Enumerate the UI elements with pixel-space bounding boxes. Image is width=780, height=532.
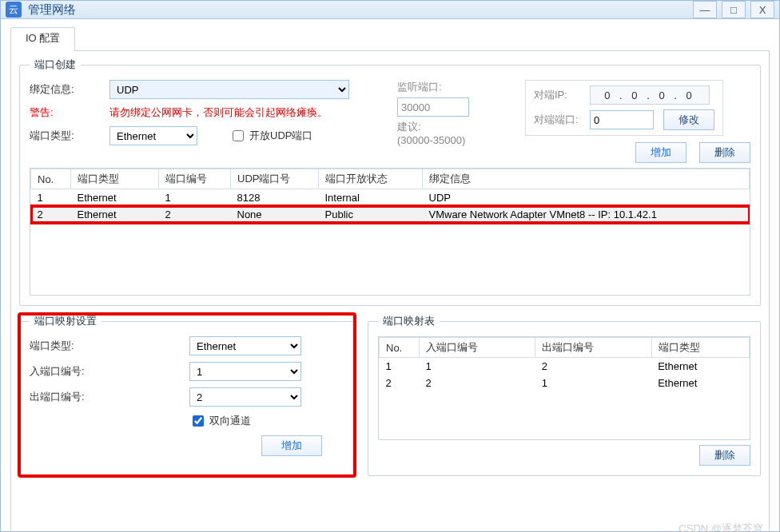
close-button[interactable]: X bbox=[750, 1, 774, 18]
map-table-wrap: No. 入端口编号 出端口编号 端口类型 1 1 2 bbox=[378, 336, 750, 440]
bidirectional-checkbox[interactable] bbox=[193, 415, 204, 427]
port-table: No. 端口类型 端口编号 UDP端口号 端口开放状态 绑定信息 1 bbox=[30, 169, 750, 223]
table-row-selected[interactable]: 2 Ethernet 2 None Public VMware Network … bbox=[31, 206, 750, 223]
table-row[interactable]: 1 1 2 Ethernet bbox=[380, 358, 750, 375]
listen-port-input[interactable] bbox=[397, 97, 469, 117]
map-type-label: 端口类型: bbox=[30, 339, 189, 353]
listen-port-label: 监听端口: bbox=[397, 80, 501, 94]
delete-port-button[interactable]: 删除 bbox=[699, 142, 750, 163]
port-table-header: No. 端口类型 端口编号 UDP端口号 端口开放状态 绑定信息 bbox=[31, 169, 750, 189]
map-out-label: 出端口编号: bbox=[30, 390, 189, 404]
map-out-select[interactable]: 2 bbox=[189, 387, 301, 407]
tab-strip: IO 配置 bbox=[10, 27, 770, 51]
peer-ip-input[interactable]: 0 . 0 . 0 . 0 bbox=[590, 85, 710, 105]
port-type-label: 端口类型: bbox=[30, 129, 109, 143]
add-port-button[interactable]: 增加 bbox=[635, 142, 686, 163]
table-row[interactable]: 1 Ethernet 1 8128 Internal UDP bbox=[31, 189, 750, 207]
suggest-label: 建议: bbox=[397, 120, 501, 134]
port-table-wrap: No. 端口类型 端口编号 UDP端口号 端口开放状态 绑定信息 1 bbox=[30, 168, 750, 296]
open-udp-checkbox[interactable] bbox=[233, 130, 244, 141]
window-controls: — □ X bbox=[693, 1, 774, 18]
window-title: 管理网络 bbox=[28, 2, 693, 18]
map-in-select[interactable]: 1 bbox=[189, 362, 301, 381]
peer-port-input[interactable] bbox=[590, 110, 654, 129]
app-window: 云 管理网络 — □ X IO 配置 端口创建 绑定信息: bbox=[0, 0, 780, 532]
map-type-select[interactable]: Ethernet bbox=[189, 336, 301, 355]
table-row[interactable]: 2 2 1 Ethernet bbox=[380, 375, 750, 391]
tab-io-config[interactable]: IO 配置 bbox=[10, 27, 75, 51]
peer-ip-label: 对端IP: bbox=[534, 88, 590, 102]
bind-info-select[interactable]: UDP bbox=[109, 80, 349, 99]
port-create-group: 端口创建 绑定信息: UDP 警告: 请勿绑定公网网卡，否则可能会引起网络瘫痪。 bbox=[19, 58, 761, 306]
map-add-button[interactable]: 增加 bbox=[261, 435, 322, 456]
port-type-select[interactable]: Ethernet bbox=[109, 126, 197, 145]
port-map-set-group: 端口映射设置 端口类型: Ethernet 入端口编号: 1 出端口编号: 2 bbox=[19, 314, 355, 476]
minimize-button[interactable]: — bbox=[693, 1, 717, 18]
open-udp-label: 开放UDP端口 bbox=[249, 129, 312, 143]
suggest-range: (30000-35000) bbox=[397, 134, 501, 146]
peer-box: 对端IP: 0 . 0 . 0 . 0 对端端口: 修改 bbox=[525, 80, 723, 136]
app-logo-icon: 云 bbox=[6, 2, 22, 18]
port-map-table-legend: 端口映射表 bbox=[378, 314, 440, 328]
warn-text: 请勿绑定公网网卡，否则可能会引起网络瘫痪。 bbox=[109, 105, 328, 120]
bidirectional-label: 双向通道 bbox=[209, 414, 251, 428]
map-table: No. 入端口编号 出端口编号 端口类型 1 1 2 bbox=[379, 337, 750, 391]
modify-button[interactable]: 修改 bbox=[663, 109, 714, 130]
title-bar: 云 管理网络 — □ X bbox=[1, 1, 779, 19]
map-table-header: No. 入端口编号 出端口编号 端口类型 bbox=[380, 338, 750, 358]
maximize-button[interactable]: □ bbox=[722, 1, 746, 18]
bind-info-label: 绑定信息: bbox=[30, 82, 109, 97]
map-in-label: 入端口编号: bbox=[30, 364, 189, 379]
warn-label: 警告: bbox=[30, 105, 109, 120]
tab-panel: 端口创建 绑定信息: UDP 警告: 请勿绑定公网网卡，否则可能会引起网络瘫痪。 bbox=[10, 50, 770, 532]
content-area: IO 配置 端口创建 绑定信息: UDP 警 bbox=[1, 19, 779, 532]
port-map-table-group: 端口映射表 No. 入端口编号 出端口编号 端口类型 bbox=[368, 314, 761, 476]
peer-port-label: 对端端口: bbox=[534, 113, 590, 127]
port-create-legend: 端口创建 bbox=[30, 58, 81, 72]
watermark-text: CSDN @逐梦苍穹 bbox=[679, 522, 763, 532]
map-delete-button[interactable]: 删除 bbox=[699, 445, 750, 466]
port-map-set-legend: 端口映射设置 bbox=[30, 314, 101, 328]
